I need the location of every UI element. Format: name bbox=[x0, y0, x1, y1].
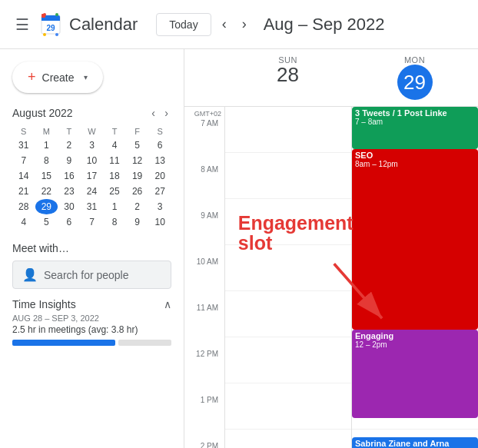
time-label: 12 PM bbox=[184, 348, 224, 394]
mini-cal-day[interactable]: 2 bbox=[126, 199, 149, 214]
search-people-input[interactable]: 👤 Search for people bbox=[12, 261, 171, 289]
time-label: 11 AM bbox=[184, 302, 224, 348]
event-title: SEO bbox=[355, 151, 475, 160]
mini-cal-day[interactable]: 12 bbox=[126, 153, 149, 168]
calendar-event[interactable]: Sabrina Ziane and Arna bbox=[352, 437, 478, 448]
mini-cal-day[interactable]: 7 bbox=[81, 214, 104, 230]
gmt-label: GMT+02 bbox=[184, 107, 224, 118]
mini-cal-day[interactable]: 4 bbox=[103, 138, 126, 153]
event-time: 7 – 8am bbox=[355, 118, 475, 126]
mini-cal-day[interactable]: 16 bbox=[58, 168, 81, 184]
mini-cal-day[interactable]: 30 bbox=[58, 199, 81, 214]
mini-cal-day[interactable]: 8 bbox=[35, 153, 58, 168]
day-columns: 3 Tweets / 1 Post Linke7 – 8amSEO8am – 1… bbox=[224, 107, 478, 448]
people-icon: 👤 bbox=[22, 267, 38, 282]
hour-line bbox=[225, 107, 351, 153]
svg-point-7 bbox=[43, 13, 46, 16]
mini-cal-day[interactable]: 11 bbox=[103, 153, 126, 168]
main-layout: + Create ▾ August 2022 ‹ › SMTWTFS 31123… bbox=[0, 49, 478, 448]
hamburger-icon[interactable]: ☰ bbox=[12, 12, 32, 37]
mini-cal-day[interactable]: 10 bbox=[148, 214, 171, 230]
mini-cal-day[interactable]: 10 bbox=[81, 153, 104, 168]
mini-cal-day[interactable]: 28 bbox=[12, 199, 35, 214]
mini-cal-day[interactable]: 17 bbox=[81, 168, 104, 184]
time-label: 10 AM bbox=[184, 256, 224, 302]
time-insights-section: Time Insights ∧ AUG 28 – SEP 3, 2022 2.5… bbox=[12, 298, 171, 346]
mini-cal-day[interactable]: 4 bbox=[12, 214, 35, 230]
mini-cal-day[interactable]: 7 bbox=[12, 153, 35, 168]
time-insights-toggle[interactable]: ∧ bbox=[164, 298, 171, 310]
hour-line bbox=[225, 291, 351, 337]
calendar-event[interactable]: Engaging12 – 2pm bbox=[352, 330, 478, 418]
sidebar: + Create ▾ August 2022 ‹ › SMTWTFS 31123… bbox=[0, 49, 184, 448]
mini-cal-day[interactable]: 25 bbox=[103, 184, 126, 199]
mini-cal-day[interactable]: 20 bbox=[148, 168, 171, 184]
calendar-logo: 29 bbox=[38, 12, 63, 37]
search-people-placeholder: Search for people bbox=[44, 269, 129, 281]
hour-line bbox=[225, 383, 351, 430]
time-label: 9 AM bbox=[184, 210, 224, 256]
day-name: MON bbox=[354, 55, 475, 65]
mini-cal-day[interactable]: 14 bbox=[12, 168, 35, 184]
bar-empty bbox=[118, 340, 171, 346]
mini-next-arrow[interactable]: › bbox=[161, 105, 171, 121]
meet-with-title: Meet with… bbox=[12, 242, 171, 254]
mini-cal-day[interactable]: 21 bbox=[12, 184, 35, 199]
day-number-today: 29 bbox=[397, 65, 433, 100]
mini-calendar: August 2022 ‹ › SMTWTFS 3112345678910111… bbox=[12, 105, 171, 230]
insights-date: AUG 28 – SEP 3, 2022 bbox=[12, 314, 171, 323]
mini-cal-header: August 2022 ‹ › bbox=[12, 105, 171, 121]
day-headers: SUN28MON29 bbox=[184, 49, 478, 107]
calendar-event[interactable]: SEO8am – 12pm bbox=[352, 149, 478, 330]
mini-cal-day[interactable]: 31 bbox=[81, 199, 104, 214]
mini-cal-day[interactable]: 19 bbox=[126, 168, 149, 184]
next-arrow[interactable]: › bbox=[237, 13, 251, 35]
mini-cal-day[interactable]: 5 bbox=[35, 214, 58, 230]
meet-with-section: Meet with… 👤 Search for people bbox=[12, 242, 171, 289]
mini-cal-day[interactable]: 9 bbox=[58, 153, 81, 168]
mini-cal-day[interactable]: 9 bbox=[126, 214, 149, 230]
mini-cal-day[interactable]: 1 bbox=[35, 138, 58, 153]
hour-line bbox=[225, 337, 351, 383]
mini-cal-day[interactable]: 31 bbox=[12, 138, 35, 153]
mini-cal-day[interactable]: 26 bbox=[126, 184, 149, 199]
day-header: MON29 bbox=[351, 49, 478, 106]
mini-cal-day[interactable]: 27 bbox=[148, 184, 171, 199]
create-button[interactable]: + Create ▾ bbox=[12, 61, 103, 93]
time-grid[interactable]: GMT+02 7 AM8 AM9 AM10 AM11 AM12 PM1 PM2 … bbox=[184, 107, 478, 448]
mini-cal-grid: SMTWTFS 31123456789101112131415161718192… bbox=[12, 125, 171, 230]
hour-line bbox=[225, 199, 351, 245]
mini-cal-day[interactable]: 15 bbox=[35, 168, 58, 184]
mini-cal-day[interactable]: 18 bbox=[103, 168, 126, 184]
day-number: 28 bbox=[227, 65, 348, 85]
hour-line bbox=[225, 430, 351, 448]
svg-point-10 bbox=[55, 33, 58, 36]
mini-cal-day[interactable]: 3 bbox=[148, 199, 171, 214]
mini-cal-day[interactable]: 5 bbox=[126, 138, 149, 153]
svg-point-8 bbox=[55, 13, 58, 16]
time-insights-header: Time Insights ∧ bbox=[12, 298, 171, 310]
app-title: Calendar bbox=[69, 15, 138, 35]
time-label: 1 PM bbox=[184, 394, 224, 440]
event-title: Sabrina Ziane and Arna bbox=[355, 439, 475, 448]
prev-arrow[interactable]: ‹ bbox=[217, 13, 231, 35]
mini-cal-day[interactable]: 24 bbox=[81, 184, 104, 199]
mini-cal-day[interactable]: 29 bbox=[35, 199, 58, 214]
today-button[interactable]: Today bbox=[156, 13, 211, 36]
monday-column: 3 Tweets / 1 Post Linke7 – 8amSEO8am – 1… bbox=[351, 107, 478, 448]
mini-cal-day[interactable]: 13 bbox=[148, 153, 171, 168]
mini-cal-day[interactable]: 8 bbox=[103, 214, 126, 230]
mini-cal-day[interactable]: 2 bbox=[58, 138, 81, 153]
mini-cal-day[interactable]: 6 bbox=[148, 138, 171, 153]
insights-bar bbox=[12, 340, 171, 346]
hour-line bbox=[225, 245, 351, 291]
calendar-content: SUN28MON29 GMT+02 7 AM8 AM9 AM10 AM11 AM… bbox=[184, 49, 478, 448]
mini-cal-day[interactable]: 3 bbox=[81, 138, 104, 153]
mini-cal-day[interactable]: 6 bbox=[58, 214, 81, 230]
calendar-event[interactable]: 3 Tweets / 1 Post Linke7 – 8am bbox=[352, 107, 478, 149]
mini-cal-day[interactable]: 22 bbox=[35, 184, 58, 199]
mini-cal-day[interactable]: 1 bbox=[103, 199, 126, 214]
time-label: 2 PM bbox=[184, 440, 224, 448]
mini-prev-arrow[interactable]: ‹ bbox=[148, 105, 158, 121]
mini-cal-day[interactable]: 23 bbox=[58, 184, 81, 199]
